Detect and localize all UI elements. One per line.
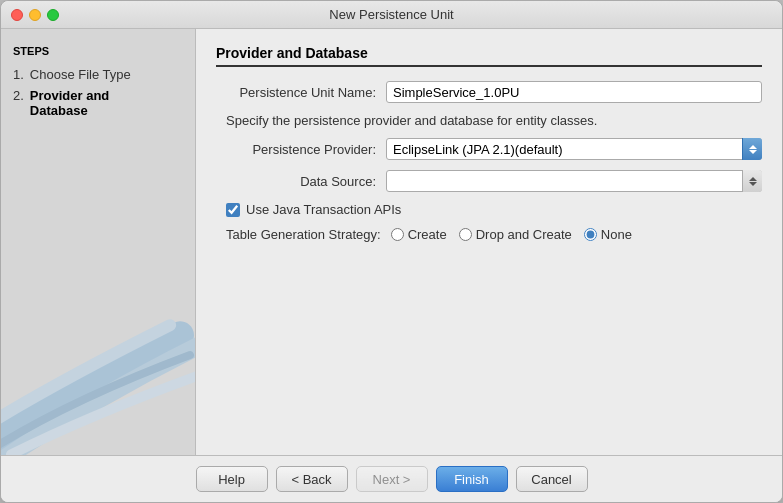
cancel-button[interactable]: Cancel bbox=[516, 466, 588, 492]
dialog-footer: Help < Back Next > Finish Cancel bbox=[1, 455, 782, 502]
step-2-number: 2. bbox=[13, 88, 24, 118]
steps-title: Steps bbox=[13, 45, 183, 57]
next-button[interactable]: Next > bbox=[356, 466, 428, 492]
persistence-unit-name-label: Persistence Unit Name: bbox=[216, 85, 386, 100]
panel-title: Provider and Database bbox=[216, 45, 762, 67]
data-source-select-wrapper bbox=[386, 170, 762, 192]
right-panel: Provider and Database Persistence Unit N… bbox=[196, 29, 782, 455]
data-source-select[interactable] bbox=[386, 170, 762, 192]
step-1-number: 1. bbox=[13, 67, 24, 82]
sidebar-decoration bbox=[1, 275, 195, 455]
use-jta-label[interactable]: Use Java Transaction APIs bbox=[246, 202, 401, 217]
radio-none[interactable] bbox=[584, 228, 597, 241]
radio-drop-create-option: Drop and Create bbox=[459, 227, 572, 242]
table-generation-row: Table Generation Strategy: Create Drop a… bbox=[226, 227, 762, 242]
data-source-label: Data Source: bbox=[216, 174, 386, 189]
main-content: Steps 1. Choose File Type 2. Provider an… bbox=[1, 29, 782, 455]
step-2: 2. Provider andDatabase bbox=[13, 88, 183, 118]
sidebar: Steps 1. Choose File Type 2. Provider an… bbox=[1, 29, 196, 455]
step-1: 1. Choose File Type bbox=[13, 67, 183, 82]
persistence-provider-select-wrapper: EclipseLink (JPA 2.1)(default) bbox=[386, 138, 762, 160]
back-button[interactable]: < Back bbox=[276, 466, 348, 492]
steps-list: 1. Choose File Type 2. Provider andDatab… bbox=[13, 67, 183, 118]
finish-button[interactable]: Finish bbox=[436, 466, 508, 492]
use-jta-checkbox[interactable] bbox=[226, 203, 240, 217]
radio-create-option: Create bbox=[391, 227, 447, 242]
window-title: New Persistence Unit bbox=[329, 7, 453, 22]
radio-none-label[interactable]: None bbox=[601, 227, 632, 242]
minimize-button[interactable] bbox=[29, 9, 41, 21]
step-1-label: Choose File Type bbox=[30, 67, 131, 82]
description-text: Specify the persistence provider and dat… bbox=[226, 113, 762, 128]
radio-drop-create[interactable] bbox=[459, 228, 472, 241]
title-bar: New Persistence Unit bbox=[1, 1, 782, 29]
data-source-row: Data Source: bbox=[216, 170, 762, 192]
close-button[interactable] bbox=[11, 9, 23, 21]
help-button[interactable]: Help bbox=[196, 466, 268, 492]
persistence-unit-name-input[interactable] bbox=[386, 81, 762, 103]
traffic-lights bbox=[11, 9, 59, 21]
persistence-unit-name-row: Persistence Unit Name: bbox=[216, 81, 762, 103]
persistence-provider-label: Persistence Provider: bbox=[216, 142, 386, 157]
radio-create[interactable] bbox=[391, 228, 404, 241]
radio-create-label[interactable]: Create bbox=[408, 227, 447, 242]
step-2-label: Provider andDatabase bbox=[30, 88, 109, 118]
persistence-provider-select[interactable]: EclipseLink (JPA 2.1)(default) bbox=[386, 138, 762, 160]
persistence-provider-row: Persistence Provider: EclipseLink (JPA 2… bbox=[216, 138, 762, 160]
dialog-window: New Persistence Unit Steps 1. Choose Fil… bbox=[0, 0, 783, 503]
table-gen-label: Table Generation Strategy: bbox=[226, 227, 381, 242]
radio-none-option: None bbox=[584, 227, 632, 242]
maximize-button[interactable] bbox=[47, 9, 59, 21]
use-jta-row: Use Java Transaction APIs bbox=[226, 202, 762, 217]
radio-drop-create-label[interactable]: Drop and Create bbox=[476, 227, 572, 242]
